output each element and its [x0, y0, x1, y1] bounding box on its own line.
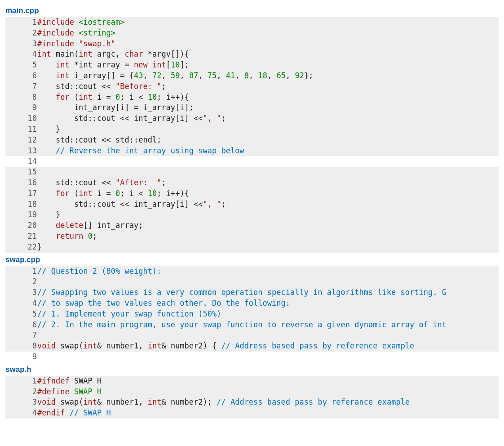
- line-number: 5: [5, 60, 37, 71]
- code-line: 8 for (int i = 0; i < 10; i++){: [5, 92, 499, 103]
- code-line: 2#define SWAP_H: [5, 387, 499, 397]
- line-number: 1: [5, 17, 37, 28]
- code-line: 12 std::cout << std::endl;: [5, 135, 499, 146]
- code-line: 22}: [5, 242, 499, 253]
- line-number: 6: [5, 71, 37, 81]
- line-number: 1: [5, 376, 37, 387]
- line-number: 7: [5, 81, 37, 92]
- code-line: 1// Question 2 (80% weight):: [5, 266, 499, 277]
- code-line: 6// 2. In the main program, use your swa…: [5, 320, 499, 330]
- line-number: 9: [5, 103, 37, 113]
- code-content[interactable]: }: [37, 242, 499, 253]
- code-line: 18 std::cout << int_array[i] <<", ";: [5, 199, 499, 210]
- code-line: 8void swap(int& number1, int& number2) {…: [5, 341, 499, 352]
- code-line: 7 std::cout << "Before: ";: [5, 81, 499, 92]
- code-content[interactable]: std::cout << std::endl;: [37, 135, 499, 146]
- code-line: 5// 1. Implement your swap function (50%…: [5, 309, 499, 320]
- page-root: main.cpp1#include <iostream>2#include <s…: [5, 6, 499, 419]
- code-content[interactable]: int *int_array = new int[10];: [37, 60, 499, 71]
- line-number: 4: [5, 408, 37, 419]
- code-content[interactable]: std::cout << "Before: ";: [37, 81, 499, 92]
- code-block: 1#ifndef SWAP_H2#define SWAP_H3void swap…: [5, 376, 499, 419]
- code-line: 14: [5, 156, 499, 167]
- file-title: swap.cpp: [5, 255, 499, 264]
- line-number: 6: [5, 320, 37, 330]
- code-line: 4int main(int argc, char *argv[]){: [5, 49, 499, 60]
- code-content[interactable]: for (int i = 0; i < 10; i++){: [37, 188, 499, 199]
- line-number: 17: [5, 188, 37, 199]
- code-content[interactable]: // Question 2 (80% weight):: [37, 266, 499, 277]
- code-content[interactable]: #include <string>: [37, 28, 499, 39]
- code-content[interactable]: // Reverse the int_array using swap belo…: [37, 146, 499, 156]
- code-content[interactable]: #include "swap.h": [37, 39, 499, 49]
- file-title: swap.h: [5, 365, 499, 374]
- code-content[interactable]: #endif // SWAP_H: [37, 408, 499, 419]
- line-number: 2: [5, 387, 37, 397]
- code-content[interactable]: // 1. Implement your swap function (50%): [37, 309, 499, 320]
- line-number: 15: [5, 167, 37, 178]
- code-content[interactable]: [37, 156, 499, 167]
- code-content[interactable]: [37, 352, 499, 362]
- line-number: 9: [5, 352, 37, 362]
- code-content[interactable]: // to swap the two values each other. Do…: [37, 298, 499, 309]
- code-content[interactable]: for (int i = 0; i < 10; i++){: [37, 92, 499, 103]
- code-content[interactable]: delete[] int_array;: [37, 220, 499, 231]
- code-content[interactable]: int i_array[] = {43, 72, 59, 87, 75, 41,…: [37, 71, 499, 81]
- code-content[interactable]: #ifndef SWAP_H: [37, 376, 499, 387]
- code-line: 16 std::cout << "After: ";: [5, 178, 499, 188]
- code-line: 2: [5, 277, 499, 287]
- code-line: 3// Swapping two values is a very common…: [5, 287, 499, 298]
- code-line: 21 return 0;: [5, 231, 499, 242]
- line-number: 22: [5, 242, 37, 253]
- code-line: 2#include <string>: [5, 28, 499, 39]
- code-line: 9: [5, 352, 499, 362]
- code-content[interactable]: [37, 167, 499, 178]
- code-block: 1#include <iostream>2#include <string>3#…: [5, 17, 499, 253]
- line-number: 4: [5, 298, 37, 309]
- code-content[interactable]: int main(int argc, char *argv[]){: [37, 49, 499, 60]
- line-number: 13: [5, 146, 37, 156]
- line-number: 18: [5, 199, 37, 210]
- code-content[interactable]: void swap(int& number1, int& number2) { …: [37, 341, 499, 352]
- line-number: 2: [5, 28, 37, 39]
- code-block: 1// Question 2 (80% weight):2 3// Swappi…: [5, 266, 499, 362]
- code-content[interactable]: }: [37, 210, 499, 220]
- line-number: 10: [5, 113, 37, 124]
- code-line: 11 }: [5, 124, 499, 135]
- code-line: 9 int_array[i] = i_array[i];: [5, 103, 499, 113]
- line-number: 21: [5, 231, 37, 242]
- line-number: 20: [5, 220, 37, 231]
- code-content[interactable]: int_array[i] = i_array[i];: [37, 103, 499, 113]
- code-line: 4// to swap the two values each other. D…: [5, 298, 499, 309]
- code-line: 20 delete[] int_array;: [5, 220, 499, 231]
- code-content[interactable]: #define SWAP_H: [37, 387, 499, 397]
- line-number: 8: [5, 92, 37, 103]
- line-number: 1: [5, 266, 37, 277]
- code-line: 3#include "swap.h": [5, 39, 499, 49]
- line-number: 19: [5, 210, 37, 220]
- code-content[interactable]: [37, 330, 499, 341]
- file-title: main.cpp: [5, 6, 499, 15]
- code-line: 5 int *int_array = new int[10];: [5, 60, 499, 71]
- line-number: 7: [5, 330, 37, 341]
- code-content[interactable]: // 2. In the main program, use your swap…: [37, 320, 499, 330]
- code-line: 10 std::cout << int_array[i] <<", ";: [5, 113, 499, 124]
- code-line: 3void swap(int& number1, int& number2); …: [5, 397, 499, 408]
- code-content[interactable]: std::cout << int_array[i] <<", ";: [37, 113, 499, 124]
- code-content[interactable]: void swap(int& number1, int& number2); /…: [37, 397, 499, 408]
- code-content[interactable]: std::cout << int_array[i] <<", ";: [37, 199, 499, 210]
- code-content[interactable]: #include <iostream>: [37, 17, 499, 28]
- code-line: 15: [5, 167, 499, 178]
- code-line: 19 }: [5, 210, 499, 220]
- line-number: 14: [5, 156, 37, 167]
- code-content[interactable]: // Swapping two values is a very common …: [37, 287, 499, 298]
- line-number: 3: [5, 39, 37, 49]
- line-number: 12: [5, 135, 37, 146]
- code-line: 1#ifndef SWAP_H: [5, 376, 499, 387]
- code-content[interactable]: [37, 277, 499, 287]
- code-line: 4#endif // SWAP_H: [5, 408, 499, 419]
- line-number: 2: [5, 277, 37, 287]
- code-content[interactable]: std::cout << "After: ";: [37, 178, 499, 188]
- code-content[interactable]: }: [37, 124, 499, 135]
- code-content[interactable]: return 0;: [37, 231, 499, 242]
